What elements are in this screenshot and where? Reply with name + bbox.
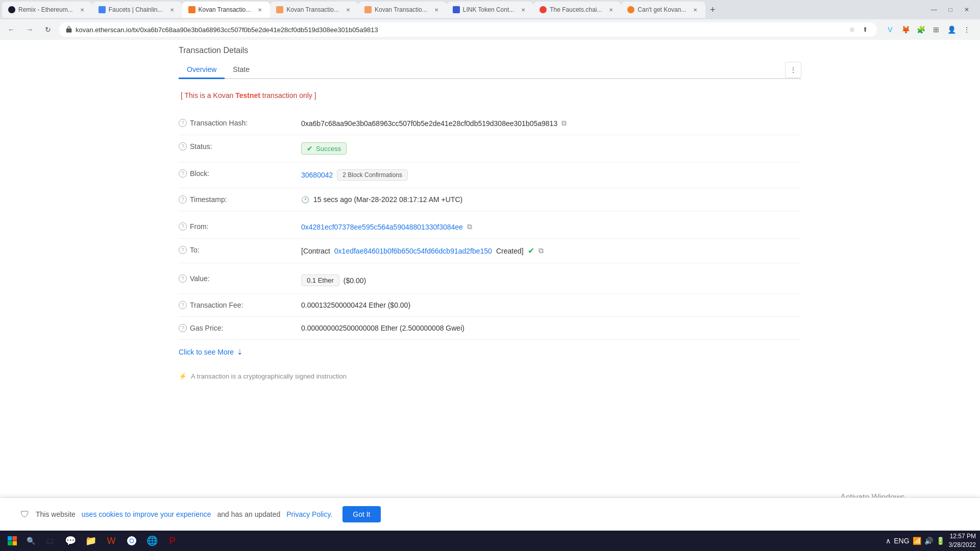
tabs-row: Overview State ⋮ [179, 57, 801, 79]
gas-value: 0.000000002500000008 Ether (2.500000008 … [301, 324, 464, 332]
forward-button[interactable]: → [22, 22, 37, 37]
taskbar-search-button[interactable]: 🔍 [22, 533, 39, 549]
close-button[interactable]: ✕ [960, 3, 974, 17]
tabs-more-button[interactable]: ⋮ [785, 62, 801, 78]
tab-stackoverflow-close[interactable]: ✕ [691, 6, 699, 14]
taskbar-app6[interactable]: P [163, 532, 182, 550]
browser-extensions: V 🦊 🧩 ⊞ 👤 ⋮ [881, 22, 976, 37]
tab-kovan1-close[interactable]: ✕ [256, 6, 264, 14]
tab-faucets[interactable]: Faucets | Chainlin... ✕ [92, 2, 182, 18]
cookie-privacy-link[interactable]: Privacy Policy. [286, 510, 332, 518]
new-tab-button[interactable]: + [705, 3, 720, 17]
share-icon[interactable]: ⬆ [860, 24, 871, 35]
from-address-link[interactable]: 0x4281ecf07378ee595c564a59048801330f3084… [301, 223, 463, 231]
got-it-button[interactable]: Got It [342, 506, 380, 522]
timestamp-label: ? Timestamp: [179, 195, 301, 204]
tab-overview[interactable]: Overview [179, 61, 225, 79]
star-icon[interactable]: ☆ [846, 24, 857, 35]
minimize-button[interactable]: — [927, 3, 941, 17]
taskbar-wifi-icon[interactable]: 📶 [913, 537, 921, 545]
taskbar-time-display: 12:57 PM 3/28/2022 [949, 532, 976, 549]
hash-copy-icon[interactable]: ⧉ [561, 119, 567, 128]
taskbar-teams[interactable]: 💬 [61, 532, 80, 550]
start-button[interactable] [4, 533, 20, 549]
tab-remix-close[interactable]: ✕ [78, 6, 86, 14]
to-contract-link[interactable]: 0x1edfae84601b0f6b650c54fd66dcb91ad2fbe1… [334, 247, 492, 255]
testnet-prefix: [ This is a Kovan [181, 91, 235, 99]
taskbar-edge[interactable]: 🌐 [143, 532, 161, 550]
from-copy-icon[interactable]: ⧉ [467, 222, 472, 231]
fee-help-icon[interactable]: ? [179, 301, 187, 309]
reload-button[interactable]: ↻ [41, 22, 55, 37]
taskbar-right: ∧ ENG 📶 🔊 🔋 12:57 PM 3/28/2022 [886, 532, 976, 549]
tab-gmail[interactable]: The Faucets.chai... ✕ [533, 2, 621, 18]
tab-faucets-close[interactable]: ✕ [168, 6, 176, 14]
vimeo-extension[interactable]: V [883, 22, 897, 37]
block-number-link[interactable]: 30680042 [301, 171, 333, 179]
taskbar-chrome[interactable] [122, 532, 141, 550]
block-label: ? Block: [179, 169, 301, 178]
more-extension[interactable]: ⋮ [960, 22, 974, 37]
tab-link[interactable]: LINK Token Cont... ✕ [447, 2, 534, 18]
value-label: ? Value: [179, 274, 301, 283]
spacer1 [179, 211, 801, 215]
tab-remix[interactable]: Remix - Ethereum... ✕ [2, 2, 92, 18]
chevron-down-icon: ⇣ [237, 348, 243, 356]
kovan2-favicon [276, 6, 283, 13]
block-confirmations-badge: 2 Block Confirmations [337, 169, 408, 181]
address-bar[interactable]: kovan.etherscan.io/tx/0xa6b7c68aa90e3b0a… [59, 22, 877, 37]
tab-kovan2-close[interactable]: ✕ [344, 6, 352, 14]
address-bar-row: ← → ↻ kovan.etherscan.io/tx/0xa6b7c68aa9… [0, 19, 980, 40]
click-more-link[interactable]: Click to see More ⇣ [179, 340, 801, 364]
tab-kovan1[interactable]: Kovan Transactio... ✕ [182, 2, 271, 18]
avatar-extension[interactable]: 👤 [944, 22, 959, 37]
taskbar: 🔍 🗂 💬 📁 W 🌐 P ∧ ENG 📶 🔊 🔋 12:57 PM 3/28/… [0, 531, 980, 551]
status-help-icon[interactable]: ? [179, 142, 187, 151]
taskbar-office[interactable]: W [102, 532, 120, 550]
tab-link-close[interactable]: ✕ [519, 6, 527, 14]
taskbar-date: 3/28/2022 [949, 541, 976, 549]
fee-value: 0.000132500000424 Ether ($0.00) [301, 301, 410, 309]
status-badge: ✔ Success [301, 142, 347, 155]
metamask-extension[interactable]: 🦊 [898, 22, 913, 37]
tab-stackoverflow[interactable]: Can't get Kovan... ✕ [621, 2, 705, 18]
svg-point-5 [130, 539, 133, 542]
from-help-icon[interactable]: ? [179, 222, 187, 231]
taskbar-sound-icon[interactable]: 🔊 [924, 537, 933, 545]
clock-icon: 🕐 [301, 196, 309, 204]
tab-kovan2[interactable]: Kovan Transactio... ✕ [270, 2, 358, 18]
cookie-uses-link[interactable]: uses cookies to improve your experience [82, 510, 211, 518]
fee-label: ? Transaction Fee: [179, 301, 301, 309]
timestamp-help-icon[interactable]: ? [179, 195, 187, 204]
tab-gmail-label: The Faucets.chai... [550, 6, 602, 13]
puzzle-extension[interactable]: 🧩 [914, 22, 928, 37]
to-help-icon[interactable]: ? [179, 246, 187, 254]
grid-extension[interactable]: ⊞ [929, 22, 943, 37]
tab-remix-label: Remix - Ethereum... [18, 6, 73, 13]
taskbar-folder[interactable]: 📁 [82, 532, 100, 550]
taskbar-up-arrow[interactable]: ∧ [886, 537, 891, 545]
svg-rect-1 [13, 536, 17, 541]
tab-kovan3-close[interactable]: ✕ [432, 6, 440, 14]
faucets-favicon [99, 6, 106, 13]
tab-link-label: LINK Token Cont... [463, 6, 514, 13]
from-value: 0x4281ecf07378ee595c564a59048801330f3084… [301, 222, 472, 231]
tab-gmail-close[interactable]: ✕ [607, 6, 615, 14]
to-copy-icon[interactable]: ⧉ [538, 246, 544, 255]
hash-help-icon[interactable]: ? [179, 119, 187, 127]
back-button[interactable]: ← [4, 22, 18, 37]
value-row: ? Value: 0.1 Ether ($0.00) [179, 267, 801, 294]
maximize-button[interactable]: □ [943, 3, 958, 17]
spacer2 [179, 263, 801, 267]
cookie-shield-icon: 🛡 [20, 509, 30, 520]
to-row: ? To: [Contract 0x1edfae84601b0f6b650c54… [179, 239, 801, 263]
transaction-hash-row: ? Transaction Hash: 0xa6b7c68aa90e3b0a68… [179, 112, 801, 135]
block-help-icon[interactable]: ? [179, 169, 187, 178]
stackoverflow-favicon [627, 6, 634, 13]
tab-state[interactable]: State [225, 61, 258, 79]
tab-kovan3[interactable]: Kovan Transactio... ✕ [358, 2, 447, 18]
taskbar-files[interactable]: 🗂 [41, 532, 59, 550]
block-value: 30680042 2 Block Confirmations [301, 169, 408, 181]
gas-help-icon[interactable]: ? [179, 324, 187, 332]
value-help-icon[interactable]: ? [179, 274, 187, 283]
